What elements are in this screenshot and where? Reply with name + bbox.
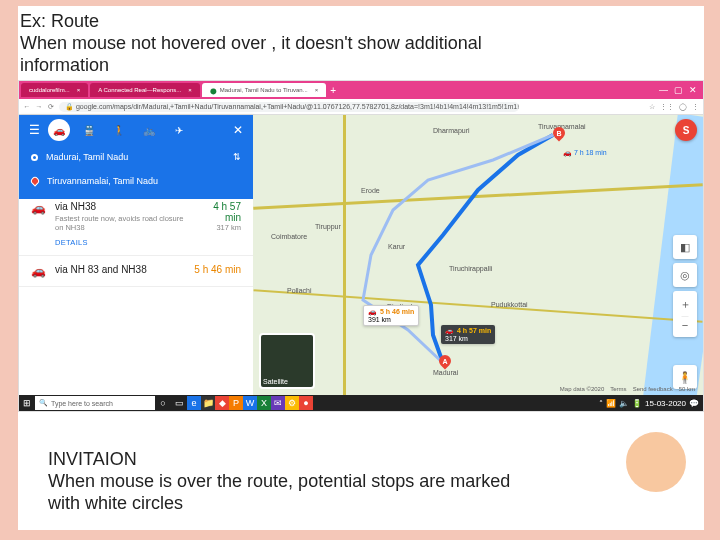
taskbar-app[interactable]: W <box>243 396 257 410</box>
account-badge[interactable]: S <box>675 119 697 141</box>
mode-bike-icon[interactable]: 🚲 <box>138 119 160 141</box>
route-callout[interactable]: 🚗4 h 57 min317 km <box>441 325 495 344</box>
taskbar-search[interactable]: 🔍 Type here to search <box>35 396 155 410</box>
maximize-icon[interactable]: ▢ <box>674 85 683 95</box>
menu-icon[interactable]: ☰ <box>29 123 40 137</box>
route-line <box>253 115 703 395</box>
map-canvas[interactable]: Tiruvannamalai Chermahadavi Erode Coimba… <box>253 115 703 395</box>
pin-icon <box>29 175 40 186</box>
slide-sub2: information <box>20 54 700 76</box>
satellite-toggle[interactable]: Satellite <box>259 333 315 389</box>
mode-transit-icon[interactable]: 🚆 <box>78 119 100 141</box>
minimize-icon[interactable]: — <box>659 85 668 95</box>
reload-icon[interactable]: ⟳ <box>47 103 55 111</box>
zoom-controls[interactable]: ＋ — − <box>673 291 697 337</box>
notification-icon[interactable]: 💬 <box>689 399 699 408</box>
route-callout[interactable]: 🚗5 h 46 min391 km <box>363 305 419 326</box>
details-button[interactable]: DETAILS <box>55 238 241 247</box>
city-label: Karur <box>388 243 405 250</box>
task-view-icon[interactable]: ▭ <box>171 395 187 411</box>
city-label: Erode <box>361 187 380 194</box>
profile-icon[interactable]: ◯ <box>679 103 687 111</box>
city-label: Dharmapuri <box>433 127 470 134</box>
city-label: Tiruchirappalli <box>449 265 492 272</box>
taskbar-app[interactable]: ◆ <box>215 396 229 410</box>
cortana-icon[interactable]: ○ <box>155 395 171 411</box>
zoom-in-button[interactable]: ＋ <box>680 297 691 312</box>
car-icon: 🚗 <box>31 264 45 278</box>
tray-up-icon[interactable]: ˄ <box>599 399 603 408</box>
browser-tabstrip: cuddalorefilm...× A Connected Real—Respo… <box>19 81 703 99</box>
battery-icon[interactable]: 🔋 <box>632 399 642 408</box>
taskbar-app[interactable]: e <box>187 396 201 410</box>
city-label: Pudukkottai <box>491 301 528 308</box>
taskbar-app[interactable]: 📁 <box>201 396 215 410</box>
route-time: 4 h 57 min <box>201 201 241 223</box>
my-location-button[interactable]: ◎ <box>673 263 697 287</box>
city-label: Pollachi <box>287 287 312 294</box>
back-icon[interactable]: ← <box>23 103 31 110</box>
taskbar-app[interactable]: ● <box>299 396 313 410</box>
forward-icon[interactable]: → <box>35 103 43 110</box>
swap-icon[interactable]: ⇅ <box>233 152 241 162</box>
car-icon: 🚗 <box>31 201 45 215</box>
city-label: Madurai <box>433 369 458 376</box>
close-window-icon[interactable]: ✕ <box>689 85 697 95</box>
taskbar-app[interactable]: ⚙ <box>285 396 299 410</box>
route-time: 5 h 46 min <box>194 264 241 275</box>
close-icon[interactable]: × <box>77 87 81 93</box>
slide-title: Ex: Route <box>20 10 700 32</box>
route-distance: 317 km <box>201 223 241 232</box>
directions-panel: ☰ 🚗 🚆 🚶 🚲 ✈ ✕ Madurai, Tamil Nadu ⇅ <box>19 115 253 395</box>
url-input[interactable]: 🔒 google.com/maps/dir/Madurai,+Tamil+Nad… <box>59 102 519 112</box>
decorative-circle <box>626 432 686 492</box>
taskbar-app[interactable]: ✉ <box>271 396 285 410</box>
city-label: Chermahadavi <box>493 115 539 116</box>
start-button[interactable]: ⊞ <box>19 395 35 411</box>
slide-footer-line: with white circles <box>48 492 510 514</box>
taskbar-app[interactable]: X <box>257 396 271 410</box>
duration-label: 🚗 7 h 18 min <box>563 149 607 157</box>
menu-icon[interactable]: ⋮ <box>692 103 699 111</box>
destination-input[interactable]: Tiruvannamalai, Tamil Nadu <box>47 176 158 186</box>
browser-tab[interactable]: cuddalorefilm...× <box>21 83 88 97</box>
layers-button[interactable]: ◧ <box>673 235 697 259</box>
city-label: Tiruppur <box>315 223 341 230</box>
network-icon[interactable]: 📶 <box>606 399 616 408</box>
slide-sub1: When mouse not hovered over , it doesn't… <box>20 32 700 54</box>
slide-footer-line: When mouse is over the route, potential … <box>48 470 510 492</box>
close-icon[interactable]: × <box>188 87 192 93</box>
origin-dot-icon <box>31 154 38 161</box>
new-tab-button[interactable]: + <box>326 85 340 96</box>
star-icon[interactable]: ☆ <box>649 103 655 111</box>
mode-car-icon[interactable]: 🚗 <box>48 119 70 141</box>
route-option[interactable]: 🚗 via NH 83 and NH38 5 h 46 min <box>19 256 253 287</box>
volume-icon[interactable]: 🔈 <box>619 399 629 408</box>
close-icon[interactable]: ✕ <box>233 123 243 137</box>
city-label: Coimbatore <box>271 233 307 240</box>
screenshot: cuddalorefilm...× A Connected Real—Respo… <box>18 80 704 412</box>
browser-tab[interactable]: ⬤Madurai, Tamil Nadu to Tiruvan...× <box>202 83 326 97</box>
taskbar: ⊞ 🔍 Type here to search ○ ▭ e 📁 ◆ P W X … <box>19 395 703 411</box>
map-footer: Map data ©2020TermsSend feedback50 km <box>560 386 695 392</box>
address-bar: ← → ⟳ 🔒 google.com/maps/dir/Madurai,+Tam… <box>19 99 703 115</box>
extensions-icon[interactable]: ⋮⋮ <box>660 103 674 111</box>
mode-plane-icon[interactable]: ✈ <box>168 119 190 141</box>
zoom-out-button[interactable]: − <box>682 319 688 331</box>
origin-input[interactable]: Madurai, Tamil Nadu <box>46 152 128 162</box>
clock[interactable]: 15-03-2020 <box>645 399 686 408</box>
close-icon[interactable]: × <box>315 87 319 93</box>
car-icon: 🚗 <box>445 327 454 334</box>
car-icon: 🚗 <box>368 308 377 315</box>
route-option[interactable]: 🚗 via NH38 Fastest route now, avoids roa… <box>19 193 253 256</box>
browser-tab[interactable]: A Connected Real—Respons...× <box>90 83 200 97</box>
slide-footer-title: INVITAION <box>48 448 510 470</box>
taskbar-app[interactable]: P <box>229 396 243 410</box>
mode-walk-icon[interactable]: 🚶 <box>108 119 130 141</box>
